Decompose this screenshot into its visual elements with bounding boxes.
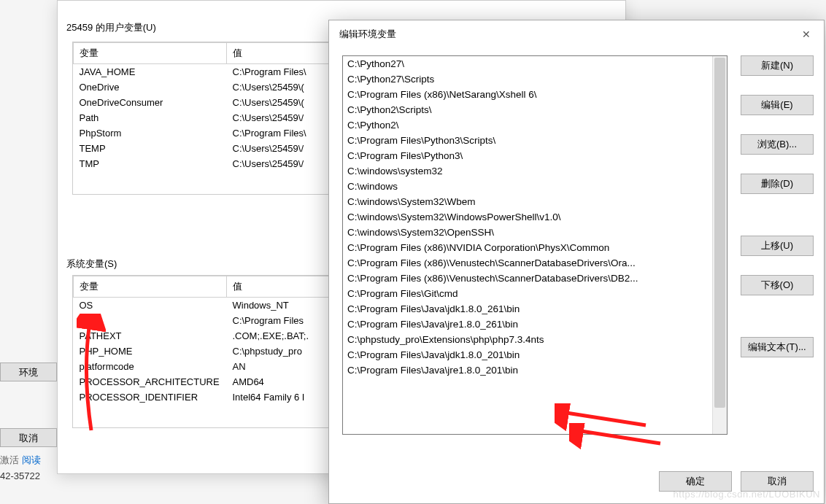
system-variables-label: 系统变量(S) (66, 257, 117, 271)
var-name-cell: PhpStorm (74, 125, 227, 141)
var-name-cell: platformcode (74, 359, 227, 374)
list-item[interactable]: C:\Program Files\Python3\Scripts\ (343, 133, 711, 148)
var-name-cell: TMP (74, 156, 227, 171)
edit-button[interactable]: 编辑(E) (741, 95, 814, 115)
column-header-name[interactable]: 变量 (74, 276, 227, 298)
var-name-cell: PATHEXT (74, 328, 227, 344)
list-item[interactable]: C:\Program Files\Java\jdk1.8.0_201\bin (343, 347, 711, 363)
list-item[interactable]: C:\Python2\ (343, 117, 711, 133)
delete-button[interactable]: 删除(D) (741, 174, 814, 194)
cancel-button-partial[interactable]: 取消 (0, 428, 57, 447)
list-item[interactable]: C:\windows (343, 179, 711, 194)
list-item[interactable]: C:\Program Files (x86)\NVIDIA Corporatio… (343, 240, 711, 255)
var-name-cell: Path (74, 110, 227, 125)
var-name-cell: PROCESSOR_ARCHITECTURE (74, 374, 227, 389)
var-name-cell: OneDrive (74, 80, 227, 95)
new-button[interactable]: 新建(N) (741, 55, 814, 76)
list-item[interactable]: C:\Program Files\Java\jre1.8.0_201\bin (343, 363, 711, 378)
path-listbox[interactable]: C:\Python27\C:\Python27\ScriptsC:\Progra… (342, 55, 727, 435)
list-item[interactable]: C:\Program Files (x86)\Venustech\Scanner… (343, 255, 711, 271)
close-icon[interactable]: ✕ (799, 28, 814, 40)
edit-text-button[interactable]: 编辑文本(T)... (741, 337, 814, 357)
var-name-cell: TEMP (74, 141, 227, 156)
list-item[interactable]: C:\Program Files (x86)\NetSarang\Xshell … (343, 87, 711, 102)
footer-text-2: 42-35722 (0, 470, 40, 481)
column-header-name[interactable]: 变量 (74, 43, 227, 64)
move-down-button[interactable]: 下移(O) (741, 275, 814, 295)
var-name-cell: Path (74, 313, 227, 328)
footer-text-1: 激活 阅读 (0, 454, 41, 467)
scrollbar[interactable] (712, 56, 727, 434)
list-item[interactable]: C:\windows\System32\Wbem (343, 194, 711, 209)
watermark: https://blog.csdn.net/LUOBIKUN (673, 489, 820, 500)
list-item[interactable]: C:\Program Files\Java\jdk1.8.0_261\bin (343, 301, 711, 317)
edit-environment-variable-dialog: 编辑环境变量 ✕ C:\Python27\C:\Python27\Scripts… (328, 20, 825, 504)
list-item[interactable]: C:\windows\System32\WindowsPowerShell\v1… (343, 209, 711, 225)
list-item[interactable]: C:\Python27\Scripts (343, 71, 711, 87)
var-name-cell: PHP_HOME (74, 344, 227, 359)
var-name-cell: PROCESSOR_IDENTIFIER (74, 389, 227, 405)
var-name-cell: JAVA_HOME (74, 64, 227, 80)
list-item[interactable]: C:\Program Files\Python3\ (343, 148, 711, 163)
var-name-cell: OS (74, 298, 227, 314)
var-name-cell: OneDriveConsumer (74, 95, 227, 110)
scrollbar-thumb[interactable] (714, 58, 725, 408)
list-item[interactable]: C:\Program Files\Java\jre1.8.0_261\bin (343, 317, 711, 332)
list-item[interactable]: C:\windows\System32\OpenSSH\ (343, 225, 711, 240)
dialog-title: 编辑环境变量 (339, 28, 396, 41)
list-item[interactable]: C:\Python2\Scripts\ (343, 102, 711, 117)
list-item[interactable]: C:\Python27\ (343, 56, 711, 71)
list-item[interactable]: C:\Program Files\Git\cmd (343, 286, 711, 301)
list-item[interactable]: C:\Program Files (x86)\Venustech\Scanner… (343, 271, 711, 286)
move-up-button[interactable]: 上移(U) (741, 236, 814, 256)
environment-button-partial[interactable]: 环境 (0, 363, 57, 381)
user-variables-label: 25459 的用户变量(U) (66, 21, 156, 34)
browse-button[interactable]: 浏览(B)... (741, 134, 814, 155)
list-item[interactable]: C:\windows\system32 (343, 163, 711, 179)
list-item[interactable]: C:\phpstudy_pro\Extensions\php\php7.3.4n… (343, 332, 711, 347)
